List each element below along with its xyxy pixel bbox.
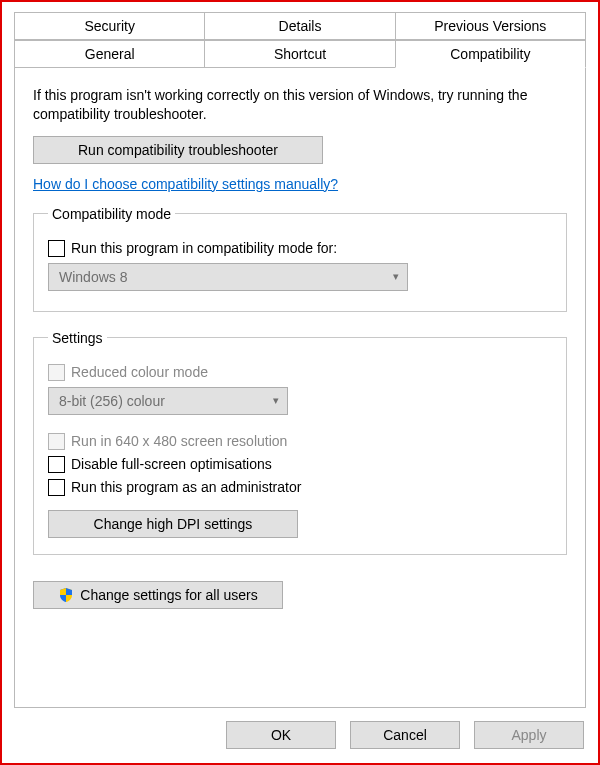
- disable-fullscreen-checkbox[interactable]: [48, 456, 65, 473]
- chevron-down-icon: ▾: [393, 270, 399, 283]
- compatibility-panel: If this program isn't working correctly …: [14, 68, 586, 708]
- tab-general[interactable]: General: [14, 40, 205, 68]
- shield-icon: [58, 587, 74, 603]
- reduced-colour-label: Reduced colour mode: [71, 364, 208, 380]
- tab-shortcut[interactable]: Shortcut: [204, 40, 395, 68]
- intro-text: If this program isn't working correctly …: [33, 86, 567, 124]
- ok-button[interactable]: OK: [226, 721, 336, 749]
- settings-group: Settings Reduced colour mode 8-bit (256)…: [33, 330, 567, 555]
- tab-details[interactable]: Details: [204, 12, 395, 40]
- colour-mode-combobox: 8-bit (256) colour ▾: [48, 387, 288, 415]
- run-as-admin-checkbox[interactable]: [48, 479, 65, 496]
- run-640-label: Run in 640 x 480 screen resolution: [71, 433, 287, 449]
- reduced-colour-checkbox: [48, 364, 65, 381]
- compat-mode-combobox[interactable]: Windows 8 ▾: [48, 263, 408, 291]
- colour-mode-combobox-value: 8-bit (256) colour: [59, 393, 165, 409]
- cancel-button[interactable]: Cancel: [350, 721, 460, 749]
- help-link[interactable]: How do I choose compatibility settings m…: [33, 176, 338, 192]
- run-640-checkbox: [48, 433, 65, 450]
- change-settings-all-users-label: Change settings for all users: [80, 587, 257, 603]
- chevron-down-icon: ▾: [273, 394, 279, 407]
- change-dpi-button[interactable]: Change high DPI settings: [48, 510, 298, 538]
- change-settings-all-users-button[interactable]: Change settings for all users: [33, 581, 283, 609]
- compatibility-mode-group: Compatibility mode Run this program in c…: [33, 206, 567, 312]
- tab-security[interactable]: Security: [14, 12, 205, 40]
- compat-mode-checkbox-label: Run this program in compatibility mode f…: [71, 240, 337, 256]
- tab-previous-versions[interactable]: Previous Versions: [395, 12, 586, 40]
- tab-strip: Security Details Previous Versions Gener…: [2, 2, 598, 68]
- run-as-admin-label: Run this program as an administrator: [71, 479, 301, 495]
- compat-mode-checkbox[interactable]: [48, 240, 65, 257]
- settings-legend: Settings: [48, 330, 107, 346]
- compat-mode-combobox-value: Windows 8: [59, 269, 127, 285]
- compatibility-mode-legend: Compatibility mode: [48, 206, 175, 222]
- disable-fullscreen-label: Disable full-screen optimisations: [71, 456, 272, 472]
- properties-dialog: Security Details Previous Versions Gener…: [0, 0, 600, 765]
- run-troubleshooter-button[interactable]: Run compatibility troubleshooter: [33, 136, 323, 164]
- tab-compatibility[interactable]: Compatibility: [395, 40, 586, 68]
- dialog-footer: OK Cancel Apply: [226, 721, 584, 749]
- apply-button[interactable]: Apply: [474, 721, 584, 749]
